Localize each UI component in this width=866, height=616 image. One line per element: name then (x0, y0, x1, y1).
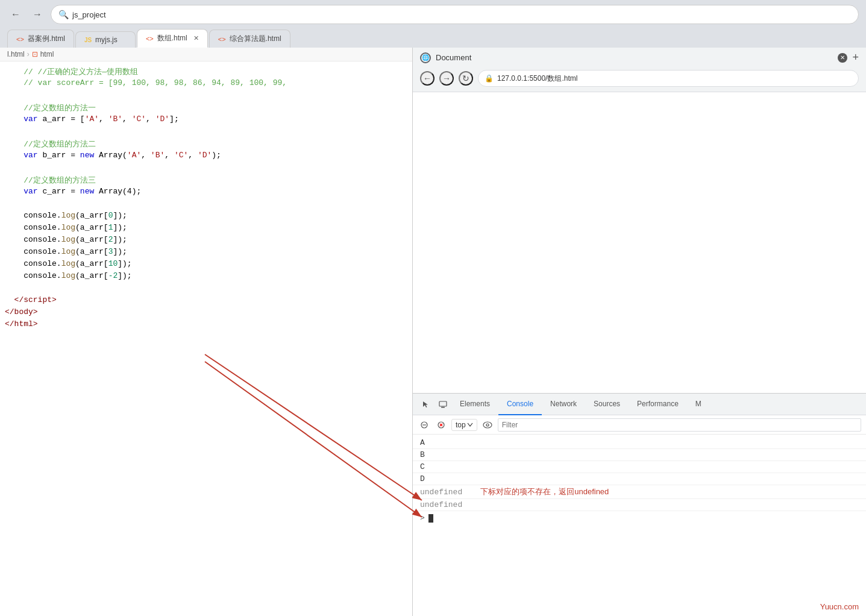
code-token: -2 (108, 271, 118, 283)
code-line: //定义数组的方法一 (0, 102, 412, 115)
code-token: 0 (108, 211, 113, 223)
code-token: ]); (113, 211, 127, 223)
svg-rect-1 (441, 407, 445, 408)
console-output-undefined-1: undefined 下标对应的项不存在，返回undefined (413, 485, 866, 499)
svg-rect-0 (439, 401, 447, 406)
back-button[interactable]: ← (7, 6, 24, 23)
console-output-line-C: C (413, 461, 866, 473)
breadcrumb-file: l.html (7, 50, 25, 58)
code-token: var (5, 187, 38, 199)
watermark: Yuucn.com (820, 602, 859, 611)
main-split: l.html › ⊡ html // //正确的定义方法—使用数组 // var… (0, 48, 866, 616)
code-token: // var scoreArr = [99, 100, 98, 98, 86, … (5, 78, 287, 90)
code-token: </script> (5, 295, 57, 307)
browser-preview: 🌐 Document ✕ + ← → ↻ 🔒 127.0.0.1:5500/数组… (413, 48, 866, 616)
code-line: </html> (0, 319, 412, 332)
code-token: 'B' (151, 151, 165, 163)
devtools-tab-elements-label: Elements (460, 400, 490, 408)
devtools-cursor-icon[interactable] (418, 396, 435, 413)
new-tab-button[interactable]: + (852, 51, 859, 64)
breadcrumb: l.html › ⊡ html (0, 48, 412, 61)
console-prompt: > (420, 514, 425, 523)
console-input-line: > (413, 511, 866, 525)
devtools-toolbar: top (413, 415, 866, 435)
tab-cases-html[interactable]: <> 器案例.html (7, 30, 74, 48)
code-token: // //正确的定义方法—使用数组 (5, 66, 138, 78)
lock-icon: 🔒 (485, 74, 494, 83)
code-line: console. log (a_arr[ -2 ]); (0, 271, 412, 283)
code-token: </html> (5, 319, 38, 332)
code-token: </body> (5, 307, 38, 319)
code-token: log (61, 211, 75, 223)
code-line: var c_arr = new Array(4); (0, 187, 412, 199)
eye-icon-button[interactable] (481, 418, 494, 432)
devtools-tabbar: Elements Console Network Sources Perform… (413, 394, 866, 415)
code-token: console. (5, 259, 61, 271)
code-editor[interactable]: // //正确的定义方法—使用数组 // var scoreArr = [99,… (0, 61, 412, 616)
address-bar-text: js_project (72, 10, 106, 19)
devtools-tab-sources[interactable]: Sources (585, 394, 629, 415)
devtools-tab-more[interactable]: M (687, 394, 710, 415)
preview-url-bar[interactable]: 🔒 127.0.0.1:5500/数组.html (478, 70, 859, 87)
clear-console-button[interactable] (418, 418, 431, 432)
code-token: (a_arr[ (75, 223, 108, 235)
code-token: Array( (94, 151, 127, 163)
code-token: log (61, 235, 75, 247)
svg-point-8 (486, 424, 489, 426)
browser-chrome: ← → 🔍 js_project <> 器案例.html JS myjs.js … (0, 0, 866, 48)
console-value-D: D (420, 474, 425, 483)
code-line (0, 199, 412, 211)
code-line (0, 283, 412, 295)
tab-array-html[interactable]: <> 数组.html ✕ (137, 29, 208, 48)
forward-button[interactable]: → (29, 6, 46, 23)
code-token: log (61, 223, 75, 235)
code-token: ]); (113, 235, 127, 247)
code-token: var (5, 115, 38, 127)
code-token: c_arr = (38, 187, 80, 199)
code-line: //定义数组的方法二 (0, 139, 412, 151)
breadcrumb-html: html (40, 50, 54, 58)
html-active-tab-icon: <> (146, 35, 154, 42)
code-line: console. log (a_arr[ 10 ]); (0, 259, 412, 271)
preview-refresh-button[interactable]: ↻ (459, 71, 473, 86)
code-token: , (188, 151, 198, 163)
console-value-A: A (420, 438, 425, 447)
code-line: </body> (0, 307, 412, 319)
console-value-C: C (420, 462, 425, 471)
code-token: 'D' (198, 151, 212, 163)
devtools-tab-performance[interactable]: Performance (629, 394, 687, 415)
breadcrumb-html-icon: ⊡ (32, 50, 38, 58)
tab-close-button[interactable]: ✕ (193, 34, 199, 42)
chevron-down-icon (467, 423, 473, 427)
devtools-tab-elements[interactable]: Elements (451, 394, 498, 415)
code-token: ); (212, 151, 221, 163)
preview-title: Document (436, 53, 833, 62)
code-token: var (5, 151, 38, 163)
code-token: 'D' (155, 115, 169, 127)
filter-icon-button[interactable] (435, 418, 448, 432)
code-token: , (165, 151, 174, 163)
html-algo-tab-icon: <> (218, 36, 226, 43)
preview-close-button[interactable]: ✕ (838, 53, 847, 63)
filter-input[interactable] (498, 418, 861, 432)
breadcrumb-sep: › (27, 50, 30, 58)
code-token: //定义数组的方法二 (5, 139, 96, 151)
devtools-tab-console[interactable]: Console (498, 394, 542, 415)
tab-myjs[interactable]: JS myjs.js (75, 31, 136, 48)
devtools-tab-network-label: Network (550, 400, 577, 408)
devtools-device-icon[interactable] (435, 396, 451, 413)
console-value-B: B (420, 450, 425, 459)
tab-algo-html[interactable]: <> 综合算法题.html (209, 30, 290, 48)
preview-forward-button[interactable]: → (439, 71, 454, 86)
devtools-tab-network[interactable]: Network (542, 394, 585, 415)
code-token: ]); (118, 259, 131, 271)
preview-back-button[interactable]: ← (420, 71, 435, 86)
tab-cases-label: 器案例.html (28, 34, 65, 44)
code-token: console. (5, 247, 61, 259)
top-context-selector[interactable]: top (451, 419, 477, 431)
devtools-tab-sources-label: Sources (594, 400, 620, 408)
html-tab-icon: <> (16, 36, 24, 43)
devtools-panel: Elements Console Network Sources Perform… (413, 393, 866, 616)
address-bar[interactable]: 🔍 js_project (51, 5, 859, 24)
code-token: console. (5, 211, 61, 223)
